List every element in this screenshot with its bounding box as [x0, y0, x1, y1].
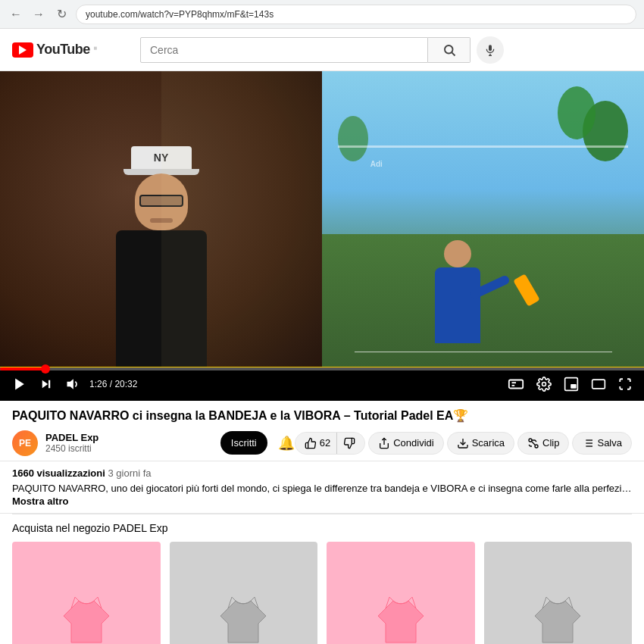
- view-count: 1660 visualizzazioni: [12, 467, 105, 479]
- bell-button[interactable]: 🔔: [278, 435, 295, 452]
- progress-fill: [0, 367, 45, 370]
- miniplayer-icon: [564, 377, 579, 392]
- dislike-button[interactable]: [336, 433, 364, 454]
- svg-marker-5: [15, 379, 24, 390]
- svg-rect-7: [48, 380, 50, 389]
- svg-rect-15: [592, 380, 605, 389]
- forward-button[interactable]: →: [30, 6, 47, 23]
- video-player[interactable]: NY: [0, 71, 644, 401]
- svg-marker-6: [42, 380, 48, 389]
- download-label: Scarica: [472, 437, 505, 449]
- download-button[interactable]: Scarica: [447, 432, 514, 455]
- refresh-button[interactable]: ↻: [53, 6, 70, 23]
- thumbs-up-icon: [305, 437, 317, 449]
- skip-icon: [39, 377, 53, 391]
- shop-section: Acquista nel negozio PADEL Exp Padel exp…: [0, 514, 644, 644]
- progress-dot: [41, 364, 50, 374]
- like-dislike-group: 62: [295, 432, 365, 455]
- video-title: PAQUITO NAVARRO ci insegna la BANDEJA e …: [12, 408, 632, 424]
- search-button[interactable]: [428, 37, 470, 63]
- video-content: NY: [0, 71, 644, 367]
- subscribe-button[interactable]: Iscritti: [220, 431, 267, 455]
- shop-item-image: [170, 542, 318, 644]
- share-icon: [378, 437, 390, 449]
- save-label: Salva: [597, 437, 622, 449]
- fullscreen-icon: [618, 377, 632, 391]
- volume-button[interactable]: [62, 374, 83, 395]
- current-time: 1:26: [89, 379, 107, 389]
- view-info: 1660 visualizzazioni 3 giorni fa: [12, 467, 632, 479]
- search-area: [140, 36, 504, 64]
- shop-item[interactable]: Padel exp CLASSIC Classi... 46,56 € + co…: [12, 542, 161, 644]
- shop-item[interactable]: Padel exp 46,56 € + costi aggiuntivi Spr…: [327, 542, 475, 644]
- shop-item[interactable]: Padel exp 46,56 € + costi aggiuntivi Spr…: [484, 542, 633, 644]
- shop-item-image: [484, 542, 633, 644]
- url-bar[interactable]: youtube.com/watch?v=PYP8qhmx/mF&t=143s: [76, 5, 636, 24]
- video-controls: 1:26 / 20:32: [0, 367, 644, 401]
- shop-title: Acquista nel negozio PADEL Exp: [12, 522, 632, 534]
- channel-area: PE PADEL Exp 2450 iscritti Iscritti 🔔: [12, 430, 295, 456]
- youtube-logo[interactable]: YouTube ᴵᴵ: [12, 42, 97, 58]
- miniplayer-button[interactable]: [561, 374, 582, 395]
- svg-rect-14: [571, 384, 577, 389]
- like-button[interactable]: 62: [295, 433, 336, 454]
- back-button[interactable]: ←: [8, 6, 24, 23]
- controls-right: [505, 373, 635, 395]
- show-more-button[interactable]: Mostra altro: [12, 496, 68, 507]
- time-display: 1:26 / 20:32: [89, 379, 137, 389]
- play-button[interactable]: [9, 374, 30, 395]
- progress-track[interactable]: [0, 367, 644, 370]
- search-icon: [442, 43, 456, 57]
- save-button[interactable]: Salva: [572, 432, 632, 455]
- channel-name[interactable]: PADEL Exp: [45, 432, 205, 443]
- video-info: PAQUITO NAVARRO ci insegna la BANDEJA e …: [0, 401, 644, 461]
- shop-item-image: [327, 542, 475, 644]
- svg-rect-2: [489, 45, 492, 51]
- video-right-panel: Adi: [322, 71, 644, 367]
- action-buttons: 62 Condividi: [295, 432, 632, 455]
- theater-button[interactable]: [588, 374, 609, 395]
- svg-point-19: [535, 445, 538, 448]
- download-icon: [457, 437, 469, 449]
- channel-subs: 2450 iscritti: [45, 443, 205, 454]
- svg-rect-9: [509, 380, 523, 389]
- clip-button[interactable]: Clip: [517, 432, 569, 455]
- share-button[interactable]: Condividi: [368, 432, 443, 455]
- clip-label: Clip: [542, 437, 559, 449]
- svg-line-20: [532, 442, 535, 445]
- captions-button[interactable]: [505, 373, 527, 395]
- shop-item[interactable]: Padel exp CLASSIC Classi... 46,56 € + co…: [170, 542, 318, 644]
- save-icon: [582, 437, 594, 449]
- share-label: Condividi: [393, 437, 433, 449]
- fullscreen-button[interactable]: [615, 374, 635, 394]
- video-description: 1660 visualizzazioni 3 giorni fa PAQUITO…: [0, 461, 644, 514]
- skip-button[interactable]: [36, 374, 56, 394]
- play-icon: [12, 377, 27, 392]
- search-input[interactable]: [140, 37, 428, 63]
- description-text: PAQUITO NAVARRO, uno dei giocatori più f…: [12, 482, 632, 496]
- youtube-logo-icon: [12, 42, 33, 58]
- youtube-header: YouTube ᴵᴵ: [0, 29, 644, 71]
- hoodie-svg: [56, 586, 117, 644]
- svg-marker-8: [67, 379, 73, 389]
- mic-button[interactable]: [477, 36, 504, 64]
- hoodie-svg: [213, 586, 274, 644]
- video-left-panel: NY: [0, 71, 322, 367]
- svg-line-1: [452, 52, 455, 55]
- shop-items: Padel exp CLASSIC Classi... 46,56 € + co…: [12, 542, 632, 644]
- hoodie-svg: [527, 586, 588, 644]
- shop-item-image: [12, 542, 161, 644]
- browser-bar: ← → ↻ youtube.com/watch?v=PYP8qhmx/mF&t=…: [0, 0, 644, 29]
- youtube-logo-text: YouTube: [36, 42, 90, 58]
- clip-icon: [527, 437, 539, 449]
- settings-button[interactable]: [533, 374, 555, 395]
- channel-avatar[interactable]: PE: [12, 430, 38, 456]
- total-time: 20:32: [114, 379, 137, 389]
- video-title-text: PAQUITO NAVARRO ci insegna la BANDEJA e …: [12, 409, 468, 422]
- channel-avatar-inner: PE: [12, 430, 38, 456]
- theater-icon: [591, 377, 606, 392]
- volume-icon: [65, 377, 80, 392]
- hoodie-svg: [370, 586, 431, 644]
- captions-icon: [508, 376, 524, 392]
- mic-icon: [484, 44, 496, 56]
